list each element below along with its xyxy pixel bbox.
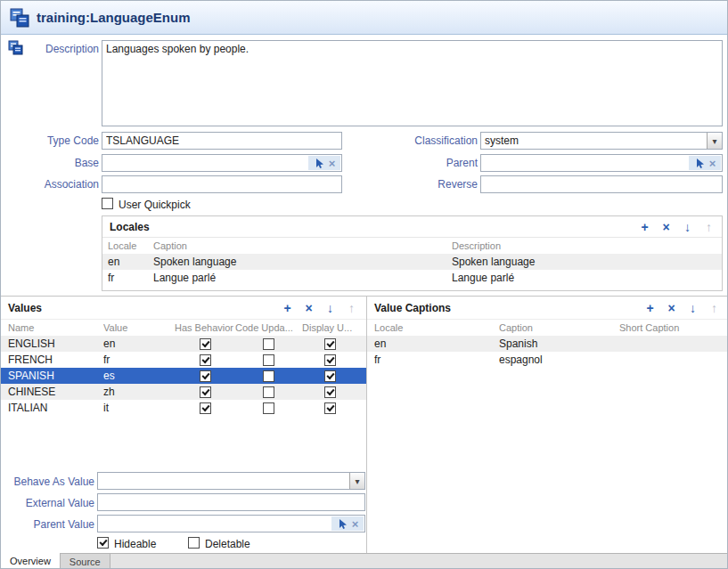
caption-cell: espagnol [499, 354, 619, 366]
association-input[interactable] [102, 175, 342, 193]
reverse-input[interactable] [480, 175, 723, 193]
locales-toolbar: + × ↓ ↑ [639, 221, 715, 233]
value-row[interactable]: CHINESE zh [1, 384, 366, 400]
type-code-label: Type Code [1, 134, 99, 147]
column-header-caption: Caption [153, 240, 452, 251]
move-up-icon[interactable]: ↑ [708, 302, 720, 314]
tab-source[interactable]: Source [61, 554, 110, 569]
move-down-icon[interactable]: ↓ [324, 302, 336, 314]
column-header-name: Name [8, 322, 103, 333]
hideable-label: Hideable [114, 538, 156, 550]
has-behavior-checkbox[interactable] [200, 370, 211, 382]
has-behavior-checkbox[interactable] [200, 402, 211, 414]
column-header-short-caption: Short Caption [619, 322, 728, 333]
display-checkbox[interactable] [324, 338, 336, 350]
add-icon[interactable]: + [639, 221, 650, 233]
caption-cell: Langue parlé [153, 272, 452, 284]
display-checkbox[interactable] [324, 402, 336, 414]
column-header-description: Description [452, 240, 722, 251]
base-input[interactable]: × [102, 154, 342, 172]
caption-cell: Spanish [499, 337, 619, 350]
code-update-checkbox[interactable] [263, 370, 274, 382]
reverse-label: Reverse [357, 178, 478, 191]
name-cell: FRENCH [8, 354, 103, 366]
description-cell: Spoken language [452, 256, 722, 268]
has-behavior-checkbox[interactable] [200, 386, 211, 398]
parent-value-input[interactable]: × [97, 515, 365, 532]
association-label: Association [1, 178, 99, 191]
values-toolbar: + × ↓ ↑ [282, 302, 357, 314]
remove-icon[interactable]: × [660, 221, 672, 233]
value-cell: it [103, 402, 175, 414]
code-update-checkbox[interactable] [263, 354, 274, 366]
has-behavior-checkbox[interactable] [200, 338, 211, 350]
display-checkbox[interactable] [324, 354, 336, 366]
display-checkbox[interactable] [324, 370, 336, 382]
remove-icon[interactable]: × [666, 302, 677, 314]
locales-title: Locales [110, 221, 150, 233]
display-checkbox[interactable] [324, 386, 336, 398]
page-title: training:LanguageEnum [37, 10, 191, 25]
add-icon[interactable]: + [644, 302, 656, 314]
column-header-has-behavior: Has Behavior [175, 322, 235, 333]
chevron-down-icon[interactable]: ▾ [707, 133, 722, 149]
external-value-label: External Value [1, 497, 94, 509]
move-down-icon[interactable]: ↓ [687, 302, 699, 314]
chevron-down-icon[interactable]: ▾ [349, 473, 364, 489]
value-row-selected[interactable]: SPANISH es [1, 368, 366, 384]
column-header-caption: Caption [499, 322, 619, 333]
has-behavior-checkbox[interactable] [200, 354, 211, 366]
column-header-display: Display U... [302, 322, 357, 333]
tab-overview[interactable]: Overview [1, 553, 61, 569]
move-down-icon[interactable]: ↓ [682, 221, 693, 233]
description-input[interactable]: Languages spoken by people. [102, 40, 723, 126]
value-row[interactable]: FRENCH fr [1, 352, 366, 368]
move-up-icon[interactable]: ↑ [346, 302, 357, 314]
value-row[interactable]: ENGLISH en [1, 336, 366, 352]
parent-value-label: Parent Value [1, 518, 94, 531]
name-cell: ENGLISH [8, 337, 103, 350]
clear-icon[interactable]: × [352, 518, 359, 530]
external-value-input[interactable] [97, 493, 365, 511]
remove-icon[interactable]: × [303, 302, 315, 314]
classification-select[interactable]: system ▾ [480, 132, 723, 150]
locale-row[interactable]: en Spoken language Spoken language [102, 254, 722, 270]
locale-row[interactable]: fr Langue parlé Langue parlé [102, 270, 722, 286]
parent-input[interactable]: × [480, 154, 723, 172]
deletable-checkbox[interactable] [188, 537, 200, 549]
value-caption-row[interactable]: en Spanish [367, 336, 728, 352]
pick-cursor-icon[interactable] [694, 158, 706, 169]
locales-header-row: Locale Caption Description [102, 238, 722, 254]
move-up-icon[interactable]: ↑ [703, 221, 715, 233]
pick-cursor-icon[interactable] [314, 158, 325, 169]
parent-label: Parent [357, 157, 478, 169]
user-quickpick-checkbox[interactable] [102, 198, 113, 209]
locale-cell: en [374, 337, 499, 350]
add-icon[interactable]: + [282, 302, 293, 314]
code-update-checkbox[interactable] [263, 402, 274, 414]
locale-cell: en [108, 256, 153, 268]
behave-as-value-select[interactable]: ▾ [97, 472, 365, 490]
column-header-value: Value [103, 322, 175, 333]
locales-group: Locales + × ↓ ↑ Locale Caption Descripti… [102, 215, 723, 291]
value-row[interactable]: ITALIAN it [1, 400, 366, 416]
code-update-checkbox[interactable] [263, 338, 274, 350]
type-code-input[interactable] [102, 132, 342, 150]
description-cell: Langue parlé [452, 272, 722, 284]
locale-cell: fr [108, 272, 153, 284]
editor-tab-bar: Overview Source [1, 553, 728, 569]
hideable-checkbox[interactable] [97, 537, 109, 549]
classification-value: system [485, 134, 519, 147]
description-label: Description [1, 43, 99, 55]
code-update-checkbox[interactable] [263, 386, 274, 398]
value-captions-panel: Value Captions + × ↓ ↑ Locale Caption Sh… [367, 297, 728, 553]
user-quickpick-label: User Quickpick [119, 199, 191, 211]
clear-icon[interactable]: × [709, 158, 716, 169]
header: training:LanguageEnum [1, 1, 727, 35]
pick-cursor-icon[interactable] [337, 518, 348, 530]
value-captions-title-row: Value Captions + × ↓ ↑ [367, 297, 728, 320]
value-caption-row[interactable]: fr espagnol [367, 352, 728, 368]
enum-editor-window: training:LanguageEnum Description Langua… [0, 0, 728, 569]
clear-icon[interactable]: × [329, 158, 336, 169]
caption-cell: Spoken language [153, 256, 452, 268]
